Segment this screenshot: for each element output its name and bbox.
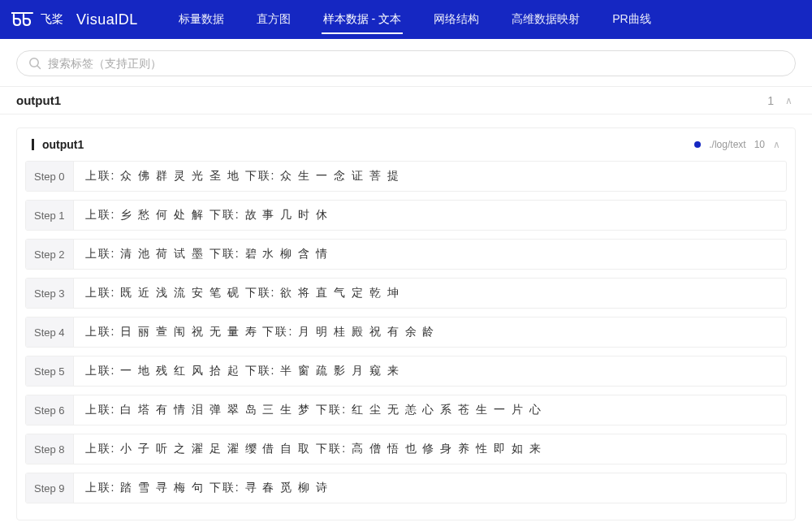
svg-line-2 — [37, 66, 41, 69]
step-label: Step 1 — [26, 201, 74, 230]
section-meta: 1 ∧ — [767, 94, 793, 107]
step-row[interactable]: Step 9上联: 踏 雪 寻 梅 句 下联: 寻 春 觅 柳 诗 — [25, 473, 787, 503]
app-name: VisualDL — [76, 11, 138, 28]
paddle-logo-icon — [11, 11, 34, 28]
nav-item-1[interactable]: 直方图 — [240, 0, 307, 39]
search-box[interactable] — [16, 50, 796, 76]
chevron-up-icon[interactable]: ∧ — [773, 139, 780, 150]
panel-source: ./log/text — [709, 139, 745, 150]
main-nav: 标量数据直方图样本数据 - 文本网络结构高维数据映射PR曲线 — [162, 0, 667, 39]
step-label: Step 6 — [26, 395, 74, 425]
search-area — [0, 39, 812, 86]
step-content: 上联: 一 地 残 红 风 拾 起 下联: 半 窗 疏 影 月 窥 来 — [74, 364, 412, 378]
run-indicator-dot-icon — [694, 141, 701, 148]
step-row[interactable]: Step 5上联: 一 地 残 红 风 拾 起 下联: 半 窗 疏 影 月 窥 … — [25, 356, 787, 387]
step-label: Step 3 — [26, 279, 74, 308]
step-row[interactable]: Step 1上联: 乡 愁 何 处 解 下联: 故 事 几 时 休 — [25, 200, 787, 231]
section-count: 1 — [767, 94, 774, 107]
step-content: 上联: 众 佛 群 灵 光 圣 地 下联: 众 生 一 念 证 菩 提 — [74, 169, 412, 184]
nav-item-0[interactable]: 标量数据 — [162, 0, 240, 39]
section-header[interactable]: output1 1 ∧ — [0, 86, 812, 114]
logo[interactable]: 飞桨 — [11, 11, 67, 28]
step-row[interactable]: Step 3上联: 既 近 浅 流 安 笔 砚 下联: 欲 将 直 气 定 乾 … — [25, 278, 787, 309]
step-content: 上联: 清 池 荷 试 墨 下联: 碧 水 柳 含 情 — [74, 247, 341, 261]
step-content: 上联: 白 塔 有 情 泪 弹 翠 岛 三 生 梦 下联: 红 尘 无 恙 心 … — [74, 403, 554, 417]
panel-meta: ./log/text 10 ∧ — [694, 139, 780, 150]
app-header: 飞桨 VisualDL 标量数据直方图样本数据 - 文本网络结构高维数据映射PR… — [0, 0, 812, 39]
step-row[interactable]: Step 2上联: 清 池 荷 试 墨 下联: 碧 水 柳 含 情 — [25, 239, 787, 270]
nav-item-2[interactable]: 样本数据 - 文本 — [307, 0, 417, 39]
chevron-up-icon[interactable]: ∧ — [785, 95, 793, 106]
output-panel: output1 ./log/text 10 ∧ Step 0上联: 众 佛 群 … — [16, 127, 796, 521]
step-label: Step 9 — [26, 473, 74, 503]
step-label: Step 4 — [26, 317, 74, 347]
panel-title: output1 — [32, 138, 84, 151]
step-content: 上联: 踏 雪 寻 梅 句 下联: 寻 春 觅 柳 诗 — [74, 481, 341, 495]
step-label: Step 5 — [26, 356, 74, 386]
step-row[interactable]: Step 0上联: 众 佛 群 灵 光 圣 地 下联: 众 生 一 念 证 菩 … — [25, 161, 787, 192]
step-content: 上联: 既 近 浅 流 安 笔 砚 下联: 欲 将 直 气 定 乾 坤 — [74, 286, 412, 300]
logo-text: 飞桨 — [41, 12, 63, 27]
section-title: output1 — [16, 93, 61, 107]
nav-item-5[interactable]: PR曲线 — [596, 0, 667, 39]
panel-title-text: output1 — [42, 138, 84, 151]
step-row[interactable]: Step 8上联: 小 子 听 之 濯 足 濯 缨 借 自 取 下联: 高 僧 … — [25, 434, 787, 464]
step-row[interactable]: Step 4上联: 日 丽 萱 闱 祝 无 量 寿 下联: 月 明 桂 殿 祝 … — [25, 317, 787, 348]
step-content: 上联: 日 丽 萱 闱 祝 无 量 寿 下联: 月 明 桂 殿 祝 有 余 龄 — [74, 325, 447, 339]
title-bar-icon — [32, 139, 34, 150]
step-label: Step 8 — [26, 434, 74, 464]
search-input[interactable] — [48, 57, 784, 70]
panel-header[interactable]: output1 ./log/text 10 ∧ — [17, 128, 795, 161]
step-content: 上联: 小 子 听 之 濯 足 濯 缨 借 自 取 下联: 高 僧 悟 也 修 … — [74, 442, 554, 456]
step-label: Step 2 — [26, 240, 74, 269]
search-icon — [28, 57, 41, 70]
step-row[interactable]: Step 6上联: 白 塔 有 情 泪 弹 翠 岛 三 生 梦 下联: 红 尘 … — [25, 395, 787, 425]
step-content: 上联: 乡 愁 何 处 解 下联: 故 事 几 时 休 — [74, 208, 341, 222]
nav-item-3[interactable]: 网络结构 — [417, 0, 495, 39]
steps-list: Step 0上联: 众 佛 群 灵 光 圣 地 下联: 众 生 一 念 证 菩 … — [17, 161, 795, 520]
nav-item-4[interactable]: 高维数据映射 — [495, 0, 596, 39]
panel-count: 10 — [754, 139, 765, 150]
step-label: Step 0 — [26, 162, 74, 191]
